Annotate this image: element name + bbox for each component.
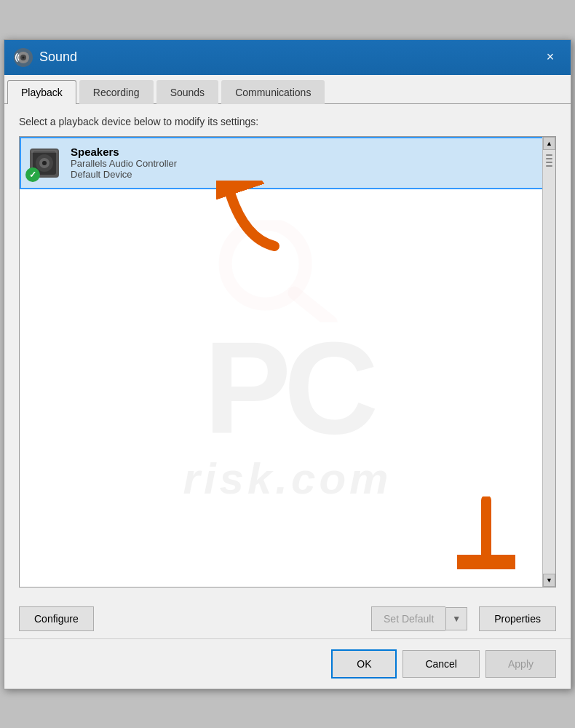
scrollbar-down-button[interactable]: ▼ bbox=[543, 574, 555, 587]
set-default-wrapper: Set Default ▼ bbox=[371, 606, 467, 631]
device-name: Speakers bbox=[71, 146, 177, 158]
tab-recording[interactable]: Recording bbox=[79, 80, 154, 104]
watermark-pc-text: PC bbox=[204, 322, 371, 453]
instruction-text: Select a playback device below to modify… bbox=[19, 116, 556, 127]
scrollbar-line bbox=[546, 154, 552, 156]
scrollbar[interactable]: ▲ ▼ bbox=[542, 137, 555, 587]
scrollbar-thumb-area bbox=[543, 150, 555, 574]
speaker-icon-wrapper: ✓ bbox=[27, 146, 62, 181]
dialog-title: Sound bbox=[39, 50, 539, 65]
cancel-button[interactable]: Cancel bbox=[402, 650, 480, 678]
tab-sounds[interactable]: Sounds bbox=[156, 80, 218, 104]
properties-button[interactable]: Properties bbox=[479, 606, 556, 631]
svg-rect-9 bbox=[31, 150, 58, 153]
device-list[interactable]: ✓ Speakers Parallels Audio Controller De… bbox=[19, 136, 556, 587]
apply-button[interactable]: Apply bbox=[485, 650, 556, 678]
svg-line-11 bbox=[295, 293, 331, 322]
scrollbar-line bbox=[546, 162, 552, 163]
scrollbar-line bbox=[546, 158, 552, 159]
arrow-down-indicator bbox=[457, 496, 515, 572]
scrollbar-thumb[interactable] bbox=[544, 151, 554, 170]
watermark: PC risk.com bbox=[183, 220, 392, 503]
tab-communications[interactable]: Communications bbox=[221, 80, 325, 104]
set-default-dropdown-button[interactable]: ▼ bbox=[445, 607, 467, 630]
default-check-badge: ✓ bbox=[25, 167, 40, 182]
svg-point-8 bbox=[42, 161, 47, 165]
tab-bar: Playback Recording Sounds Communications bbox=[4, 75, 571, 104]
scrollbar-up-button[interactable]: ▲ bbox=[543, 137, 555, 150]
middle-button-row: Configure Set Default ▼ Properties bbox=[4, 599, 571, 638]
svg-point-3 bbox=[23, 56, 25, 58]
set-default-button[interactable]: Set Default bbox=[371, 606, 445, 631]
content-area: Select a playback device below to modify… bbox=[4, 104, 571, 599]
arrow-up-indicator bbox=[216, 181, 304, 256]
title-bar: Sound × bbox=[4, 40, 571, 75]
configure-button[interactable]: Configure bbox=[19, 606, 94, 631]
device-status: Default Device bbox=[71, 169, 177, 180]
ok-button[interactable]: OK bbox=[331, 649, 397, 678]
device-sub-name: Parallels Audio Controller bbox=[71, 158, 177, 169]
sound-icon bbox=[13, 47, 33, 68]
tab-playback[interactable]: Playback bbox=[7, 80, 76, 104]
watermark-risk-text: risk.com bbox=[183, 453, 392, 503]
device-info: Speakers Parallels Audio Controller Defa… bbox=[71, 146, 177, 180]
svg-point-10 bbox=[226, 223, 306, 304]
scrollbar-line bbox=[546, 165, 552, 167]
dialog-bottom: OK Cancel Apply bbox=[4, 638, 571, 689]
sound-dialog: Sound × Playback Recording Sounds Commun… bbox=[4, 39, 571, 689]
watermark-magnify-icon bbox=[215, 220, 360, 322]
device-item-speakers[interactable]: ✓ Speakers Parallels Audio Controller De… bbox=[20, 137, 555, 189]
close-button[interactable]: × bbox=[539, 46, 562, 69]
